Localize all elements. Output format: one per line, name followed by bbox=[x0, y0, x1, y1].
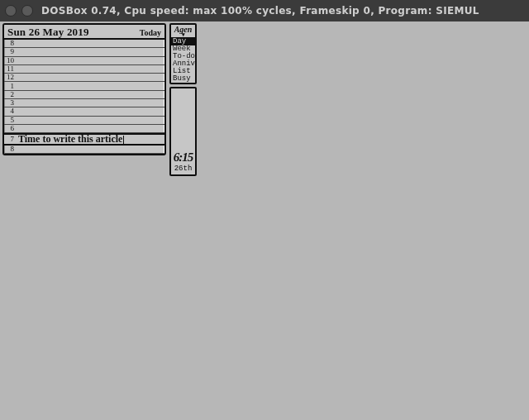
close-icon[interactable] bbox=[5, 5, 17, 17]
time-slot[interactable]: 1 bbox=[4, 82, 164, 90]
today-button[interactable]: Today bbox=[140, 28, 161, 37]
emulator-client-area: Sun 26 May 2019 Today 891011121234567Tim… bbox=[0, 21, 529, 420]
slot-hour-label: 8 bbox=[4, 40, 15, 47]
time-slot[interactable]: 11 bbox=[4, 65, 164, 74]
day-header: Sun 26 May 2019 Today bbox=[4, 25, 164, 40]
slot-hour-label: 8 bbox=[4, 146, 15, 153]
view-menu-title[interactable]: Agen ▾ bbox=[171, 25, 195, 38]
slot-hour-label: 12 bbox=[4, 74, 15, 81]
time-slot[interactable]: 9 bbox=[4, 154, 164, 155]
day-date-label: Sun 26 May 2019 bbox=[7, 26, 89, 39]
slot-hour-label: 3 bbox=[4, 99, 15, 107]
time-slot[interactable]: 6 bbox=[4, 125, 164, 133]
slot-hour-label: 9 bbox=[4, 48, 15, 55]
time-slot[interactable]: 7Time to write this article bbox=[4, 133, 164, 146]
view-menu-item-busy[interactable]: Busy bbox=[171, 75, 195, 83]
slot-hour-label: 9 bbox=[4, 155, 15, 155]
slot-entry[interactable]: Time to write this article bbox=[15, 133, 164, 146]
agenda-app: Sun 26 May 2019 Today 891011121234567Tim… bbox=[2, 23, 198, 176]
slot-hour-label: 10 bbox=[4, 57, 15, 64]
clock-panel: 6:15 26th bbox=[169, 87, 197, 176]
slot-hour-label: 6 bbox=[4, 125, 15, 132]
slot-hour-label: 2 bbox=[4, 91, 15, 98]
slot-hour-label: 4 bbox=[4, 107, 15, 115]
slot-hour-label: 1 bbox=[4, 83, 15, 90]
time-slot[interactable]: 2 bbox=[4, 91, 164, 99]
agenda-sidebar: Agen ▾ DayWeekTo-doAnnivListBusy 6:15 26… bbox=[169, 23, 197, 176]
window-title: DOSBox 0.74, Cpu speed: max 100% cycles,… bbox=[38, 5, 524, 17]
time-slot[interactable]: 8 bbox=[4, 40, 164, 48]
time-slot[interactable]: 3 bbox=[4, 99, 164, 107]
time-slot[interactable]: 10 bbox=[4, 57, 164, 65]
view-menu: Agen ▾ DayWeekTo-doAnnivListBusy bbox=[169, 23, 197, 84]
slot-hour-label: 7 bbox=[4, 136, 15, 143]
time-slots[interactable]: 891011121234567Time to write this articl… bbox=[4, 40, 164, 155]
window-titlebar: DOSBox 0.74, Cpu speed: max 100% cycles,… bbox=[0, 0, 529, 21]
slot-hour-label: 5 bbox=[4, 117, 15, 124]
clock-time: 6:15 bbox=[174, 151, 193, 164]
time-slot[interactable]: 4 bbox=[4, 107, 164, 116]
clock-date: 26th bbox=[174, 165, 193, 174]
day-view-panel: Sun 26 May 2019 Today 891011121234567Tim… bbox=[2, 23, 166, 155]
time-slot[interactable]: 8 bbox=[4, 146, 164, 154]
time-slot[interactable]: 12 bbox=[4, 74, 164, 82]
minimize-icon[interactable] bbox=[21, 5, 33, 17]
time-slot[interactable]: 5 bbox=[4, 117, 164, 125]
slot-hour-label: 11 bbox=[4, 65, 15, 73]
time-slot[interactable]: 9 bbox=[4, 48, 164, 56]
